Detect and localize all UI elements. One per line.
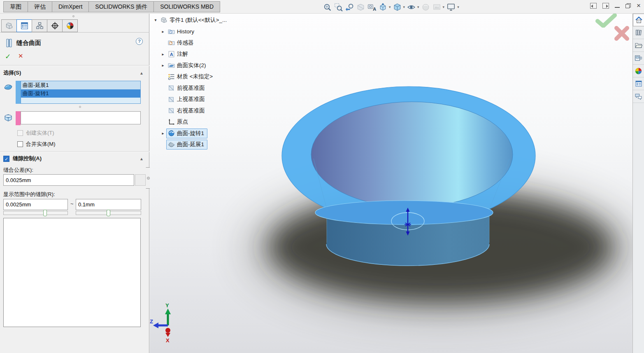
- tree-item-label: History: [177, 28, 194, 35]
- home-icon[interactable]: [633, 14, 644, 26]
- collapsed-arrow-icon[interactable]: ▸: [160, 131, 166, 136]
- feature-manager-icon[interactable]: [1, 19, 17, 32]
- manager-tabs-divider: [0, 32, 149, 33]
- list-item[interactable]: 曲面-旋转1: [21, 89, 140, 98]
- ribbon-tab-sketch[interactable]: 草图: [3, 1, 28, 12]
- property-manager-icon[interactable]: [16, 19, 32, 32]
- view-settings-icon[interactable]: [446, 2, 456, 12]
- collapse-chevron-icon[interactable]: ▲: [139, 157, 144, 161]
- display-style-icon[interactable]: [392, 2, 402, 12]
- collapsed-arrow-icon[interactable]: ▸: [160, 29, 166, 34]
- tree-item-label: 曲面-延展1: [177, 141, 204, 148]
- tree-item-surface-extend[interactable]: 曲面-延展1: [152, 139, 247, 151]
- task-pane: [632, 14, 644, 353]
- minimize-icon[interactable]: [615, 7, 620, 8]
- gap-list-box[interactable]: [3, 218, 141, 327]
- display-manager-icon[interactable]: [62, 19, 78, 32]
- list-item[interactable]: 曲面-延展1: [21, 81, 140, 89]
- page-title: 缝合曲面: [16, 39, 41, 47]
- view-palette-icon[interactable]: [633, 52, 644, 65]
- view-orientation-icon[interactable]: [378, 2, 388, 12]
- previous-view-icon[interactable]: [344, 2, 355, 12]
- ribbon-tab-addins[interactable]: SOLIDWORKS 插件: [88, 1, 154, 12]
- ok-button[interactable]: ✓: [5, 52, 11, 61]
- tree-item-material[interactable]: 材质 <未指定>: [152, 71, 247, 83]
- tree-item-history[interactable]: ▸ History: [152, 26, 247, 37]
- hide-show-items-icon[interactable]: [406, 2, 416, 12]
- reference-triad: Y Z X: [150, 302, 171, 344]
- ribbon-tab-mbd[interactable]: SOLIDWORKS MBD: [153, 1, 220, 12]
- tree-item-right-plane[interactable]: 右视基准面: [152, 105, 247, 117]
- create-solid-checkbox[interactable]: [17, 130, 23, 136]
- display-style-dropdown-icon[interactable]: ▾: [403, 5, 405, 9]
- seed-face-input[interactable]: [21, 111, 141, 124]
- confirm-cancel-icon[interactable]: [613, 25, 630, 43]
- forum-icon[interactable]: [633, 90, 644, 103]
- surfaces-selection-list[interactable]: 曲面-延展1 曲面-旋转1: [21, 81, 141, 104]
- collapsed-arrow-icon[interactable]: ▸: [160, 52, 166, 56]
- tree-item-top-plane[interactable]: 上视基准面: [152, 94, 247, 105]
- section-view-icon[interactable]: [356, 2, 366, 12]
- gap-control-checkbox[interactable]: ✓: [3, 156, 9, 162]
- tree-item-label: 材质 <未指定>: [177, 73, 213, 80]
- zoom-to-area-icon[interactable]: [333, 2, 344, 12]
- ribbon-tab-dimxpert[interactable]: DimXpert: [52, 1, 89, 12]
- panel-resize-grip[interactable]: [72, 15, 74, 17]
- edit-appearance-icon[interactable]: [421, 2, 431, 12]
- apply-scene-dropdown-icon[interactable]: ▾: [443, 5, 445, 9]
- view-orientation-dropdown-icon[interactable]: ▾: [389, 5, 391, 9]
- collapse-left-pane-icon[interactable]: [590, 3, 597, 9]
- gap-control-section-header[interactable]: ✓ 缝隙控制(A) ▲: [3, 155, 146, 162]
- expand-arrow-icon[interactable]: ▾: [152, 18, 159, 22]
- tree-root[interactable]: ▾ 零件1 (默认<<默认>_...: [152, 14, 247, 26]
- configuration-manager-icon[interactable]: [32, 19, 47, 32]
- ribbon-tab-evaluate[interactable]: 评估: [28, 1, 52, 12]
- tree-item-label: 上视基准面: [177, 96, 205, 103]
- seed-body-icon: [3, 113, 13, 123]
- gap-range-max-slider[interactable]: [76, 211, 141, 215]
- dimxpert-manager-icon[interactable]: [47, 19, 63, 32]
- appearances-icon[interactable]: [633, 65, 644, 77]
- tree-item-front-plane[interactable]: 前视基准面: [152, 82, 247, 94]
- tree-item-surface-bodies[interactable]: ▸ 曲面实体(2): [152, 60, 247, 71]
- dynamic-annotation-views-icon[interactable]: A: [367, 2, 377, 12]
- graphics-viewport[interactable]: Y Z X ▾ 零件1 (默认<<默认>_... ▸ History: [150, 14, 632, 353]
- zoom-to-fit-icon[interactable]: [322, 2, 332, 12]
- tree-item-annotations[interactable]: ▸ A 注解: [152, 49, 247, 60]
- feature-title-bar: 缝合曲面 ?: [0, 36, 149, 49]
- knit-surface-icon: [5, 38, 13, 48]
- cancel-button[interactable]: ✕: [18, 52, 23, 60]
- tree-item-origin[interactable]: 原点: [152, 117, 247, 128]
- selection-active-bar: [16, 81, 21, 104]
- merge-entities-checkbox[interactable]: [17, 141, 23, 147]
- slider-handle[interactable]: [107, 210, 110, 216]
- view-settings-dropdown-icon[interactable]: ▾: [457, 5, 459, 9]
- tolerance-spin-box[interactable]: [135, 174, 146, 186]
- apply-scene-icon[interactable]: [432, 2, 442, 12]
- help-icon[interactable]: ?: [136, 38, 143, 45]
- tree-item-sensors[interactable]: 传感器: [152, 37, 247, 49]
- plane-icon: [168, 84, 175, 91]
- collapsed-arrow-icon[interactable]: ▸: [160, 63, 166, 68]
- custom-properties-icon[interactable]: [633, 77, 644, 90]
- svg-text:X: X: [166, 337, 170, 344]
- file-explorer-icon[interactable]: [633, 39, 644, 52]
- collapse-chevron-icon[interactable]: ▲: [139, 71, 144, 75]
- collapse-right-pane-icon[interactable]: [602, 3, 609, 9]
- hide-show-items-dropdown-icon[interactable]: ▾: [417, 5, 419, 9]
- close-icon[interactable]: ×: [637, 3, 641, 9]
- slider-handle[interactable]: [43, 210, 47, 216]
- restore-icon[interactable]: [625, 3, 631, 8]
- design-library-icon[interactable]: [633, 26, 644, 39]
- gap-range-min-slider[interactable]: [3, 211, 68, 215]
- gap-range-max-input[interactable]: [76, 199, 141, 210]
- selection-section-header[interactable]: 选择(S) ▲: [3, 69, 146, 77]
- plane-icon: [168, 96, 175, 103]
- annotations-icon: A: [168, 51, 175, 58]
- bowl-interior-surface[interactable]: [311, 102, 513, 207]
- tree-item-surface-revolve[interactable]: ▸ 曲面-旋转1: [152, 128, 247, 139]
- knitting-tolerance-input[interactable]: [3, 174, 134, 186]
- material-icon: [168, 73, 175, 80]
- gap-range-min-input[interactable]: [3, 199, 68, 210]
- list-resize-grip[interactable]: [79, 106, 81, 108]
